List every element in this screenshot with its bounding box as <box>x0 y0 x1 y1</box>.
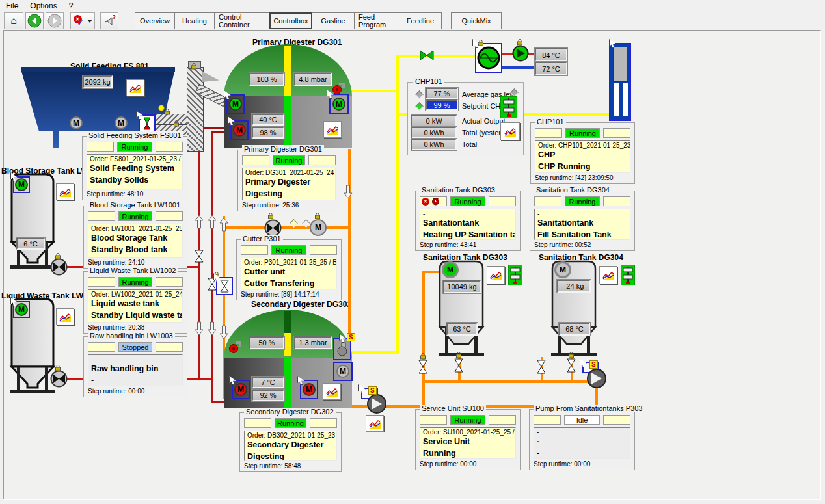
menu-file[interactable]: File <box>0 1 24 11</box>
dg302-trend-button[interactable] <box>323 383 341 400</box>
forward-button[interactable] <box>46 12 64 29</box>
safety-badge: S <box>368 386 377 395</box>
panel-dg301: Primary Digester DG301 Running Order: DG… <box>237 150 340 211</box>
tab-quickmix[interactable]: QuickMix <box>451 12 502 29</box>
lw1002-agitator[interactable]: M <box>13 301 30 318</box>
menu-help[interactable]: ? <box>63 1 79 11</box>
panel-cell-right <box>156 211 183 221</box>
home-icon: ⌂ <box>10 15 17 27</box>
panel-cell-left <box>534 196 561 206</box>
alarm-ack-icon[interactable]: ✕ <box>422 198 429 206</box>
chp101-groupbox-title: CHP101 <box>413 77 444 85</box>
toolbar: ⌂ ✕ ✓ ? Overview Heating Control Contain… <box>0 12 825 30</box>
dg301-agitator-1[interactable]: M <box>226 94 245 114</box>
tab-feed-program[interactable]: Feed Program <box>354 12 399 29</box>
chp-actuator-icon[interactable] <box>500 96 517 118</box>
tab-overview[interactable]: Overview <box>135 12 175 29</box>
panel-body: - Sanitationtank Heating UP Sanitation t… <box>420 209 516 240</box>
menu-options[interactable]: Options <box>24 1 62 11</box>
dg302-pump-motor-1[interactable]: M <box>232 380 250 399</box>
status-badge: Running <box>275 418 306 428</box>
fs801-discharge-valve[interactable] <box>139 114 156 133</box>
step-runtime: Step runtime: 58:48 <box>244 462 337 470</box>
pipe-valve[interactable] <box>195 250 204 263</box>
dg304-agitator[interactable]: M <box>554 261 571 278</box>
valve-icon <box>143 117 151 130</box>
panel-body: Order: FS801_2021-01-25_23 / Batch: 0 So… <box>87 154 183 189</box>
lw1002-pump[interactable] <box>50 370 68 388</box>
transfer-trend-button[interactable] <box>366 415 384 432</box>
order-text: Order: P301_2021-01-25_25 / Batch: 0 <box>244 259 334 266</box>
panel-title: Sanitation Tank DG304 <box>534 186 612 194</box>
tab-gasline[interactable]: Gasline <box>312 12 355 29</box>
unit-name: Sanitationtank <box>423 217 513 229</box>
dg303-actuator-icon[interactable] <box>508 265 522 285</box>
pipe-valve[interactable] <box>418 360 427 374</box>
panel-cell-left <box>88 211 115 221</box>
fs801-motor-2[interactable]: M <box>115 116 128 129</box>
transfer-pump[interactable] <box>264 219 282 237</box>
dg302-gas-level-display: 50 % <box>249 336 284 349</box>
flow-arrow-up <box>195 215 204 229</box>
substrate-valve-selected[interactable] <box>216 277 233 295</box>
order-text: - <box>537 210 627 217</box>
dropdown-caret-icon <box>87 20 92 23</box>
order-text: Order: DB302_2021-01-25_23 / Batch: 0 <box>247 432 334 439</box>
lw1001-pump[interactable] <box>50 258 68 276</box>
home-button[interactable]: ⌂ <box>4 12 23 29</box>
gas-flare-tower[interactable] <box>609 43 631 121</box>
tab-control-container[interactable]: Control Container <box>214 12 270 29</box>
chp-generator[interactable] <box>475 43 502 73</box>
tab-controlbox[interactable]: Controlbox <box>269 12 312 29</box>
alarm-horn-button[interactable]: ? <box>100 12 118 29</box>
panel-cell-left <box>88 277 115 287</box>
lw1002-trend-button[interactable] <box>56 308 74 325</box>
pipe-valve[interactable] <box>567 358 576 373</box>
tab-feedline[interactable]: Feedline <box>399 12 442 29</box>
dg302-label: Secondary Digester DG302 <box>251 300 351 309</box>
alarm-ack-button[interactable]: ✕ ✓ <box>70 12 95 29</box>
chp-cooling-pump[interactable] <box>512 45 529 62</box>
lw1001-trend-button[interactable] <box>56 183 74 200</box>
dg302-blower-motor[interactable]: M <box>333 362 353 381</box>
chp-gas-level-display: 77 % <box>426 88 458 99</box>
step-name: - <box>537 447 627 459</box>
panel-cell-left <box>87 142 114 152</box>
panel-title: Liquid Waste Tank LW1002 <box>88 267 178 274</box>
dg301-agitator-2[interactable]: M <box>329 94 349 114</box>
dg303-agitator[interactable]: M <box>442 261 459 278</box>
alarm-clock-icon <box>431 197 440 206</box>
tab-heating[interactable]: Heating <box>174 12 215 29</box>
fs801-trend-button[interactable] <box>126 79 144 96</box>
dg301-pump-motor[interactable]: M <box>230 120 249 140</box>
status-badge: Running <box>118 277 152 287</box>
unit-name: Raw handling bin <box>91 363 180 375</box>
gas-valve[interactable] <box>420 50 434 60</box>
dg301-trend-button[interactable] <box>323 121 342 138</box>
fs801-motor-1[interactable]: M <box>70 116 83 129</box>
dg302-pump-motor-2[interactable]: M <box>300 380 318 399</box>
chp-trend-button[interactable] <box>500 122 520 140</box>
dg304-actuator-icon[interactable] <box>621 265 635 285</box>
p303-pump[interactable] <box>366 393 387 414</box>
cutter-motor[interactable]: M <box>310 219 327 236</box>
status-badge: Running <box>565 196 600 206</box>
dg304-trend-button[interactable] <box>599 266 617 284</box>
trend-chart-icon <box>59 187 71 197</box>
panel-lw1003: Raw handling bin LW1003 Stopped - Raw ha… <box>83 336 187 397</box>
sanitation-pump[interactable] <box>586 368 607 389</box>
order-text: Order: FS801_2021-01-25_23 / Batch: 0 <box>90 155 180 163</box>
lw1001-agitator[interactable]: M <box>13 176 30 193</box>
pipe-valve[interactable] <box>537 360 546 374</box>
status-badge: Stopped <box>118 342 152 352</box>
pipe-valve[interactable] <box>208 278 217 291</box>
step-runtime: Step runtime: 48:10 <box>87 191 183 198</box>
dg303-trend-button[interactable] <box>487 266 505 284</box>
step-name: Digesting <box>245 188 332 200</box>
chp-actual-output-label: Actual Output <box>462 117 506 125</box>
flow-arrow-down <box>344 185 353 199</box>
pipe-valve[interactable] <box>454 358 463 373</box>
back-button[interactable] <box>25 12 44 29</box>
dg303-temp-display: 63 °C <box>446 323 478 336</box>
order-text: - <box>423 210 513 217</box>
